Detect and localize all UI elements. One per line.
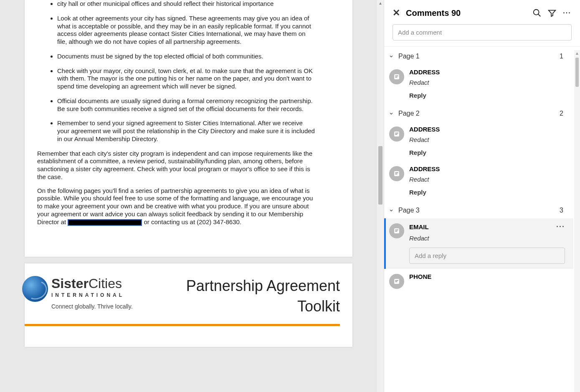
comment-item[interactable]: PHONE bbox=[384, 269, 573, 294]
bullet-item: city hall or other municipal offices and… bbox=[57, 0, 340, 8]
comment-type: ADDRESS bbox=[409, 165, 565, 172]
scrollbar-thumb[interactable] bbox=[378, 146, 382, 205]
bullet-item: Remember to send your signed agreement t… bbox=[57, 119, 340, 143]
paragraph: Remember that each city's sister city pr… bbox=[37, 150, 340, 181]
svg-rect-7 bbox=[395, 134, 397, 135]
comment-type: ADDRESS bbox=[409, 126, 565, 133]
svg-rect-3 bbox=[395, 76, 398, 76]
paragraph-text: or contacting us at (202) 347-8630. bbox=[142, 218, 241, 225]
logo-subtitle: INTERNATIONAL bbox=[51, 292, 133, 298]
svg-point-0 bbox=[534, 10, 539, 15]
comment-page-header[interactable]: Page 33 bbox=[384, 201, 573, 218]
svg-rect-16 bbox=[395, 281, 397, 282]
page-label: Page 2 bbox=[398, 110, 555, 117]
chevron-down-icon[interactable] bbox=[388, 53, 394, 59]
comment-item[interactable]: ADDRESSRedactReply bbox=[384, 121, 573, 161]
scroll-up-arrow[interactable]: ▲ bbox=[378, 1, 383, 6]
svg-rect-15 bbox=[395, 280, 398, 281]
more-icon[interactable]: ··· bbox=[562, 8, 572, 18]
page-count: 2 bbox=[560, 110, 563, 117]
comment-avatar-icon bbox=[389, 69, 404, 84]
comment-item[interactable]: ADDRESSRedactReply bbox=[384, 64, 573, 104]
bullet-item: Check with your mayor, city council, tow… bbox=[57, 67, 340, 91]
comment-type: ADDRESS bbox=[409, 68, 565, 76]
comments-title: Comments 90 bbox=[406, 8, 527, 18]
reply-input[interactable]: Add a reply bbox=[409, 248, 565, 264]
comment-avatar-icon bbox=[389, 223, 404, 238]
chevron-down-icon[interactable] bbox=[388, 111, 394, 116]
logo-tagline: Connect globally. Thrive locally. bbox=[51, 303, 133, 310]
comment-item[interactable]: ADDRESSRedactReply bbox=[384, 161, 573, 201]
svg-rect-12 bbox=[395, 230, 398, 230]
more-icon[interactable]: ··· bbox=[556, 223, 565, 231]
globe-icon bbox=[22, 276, 48, 302]
comment-type: EMAIL··· bbox=[409, 223, 565, 231]
divider-bar bbox=[25, 324, 340, 326]
paragraph: On the following pages you'll find a ser… bbox=[37, 187, 340, 226]
bullet-item: Official documents are usually signed du… bbox=[57, 97, 340, 113]
document-page-3: city hall or other municipal offices and… bbox=[25, 0, 352, 257]
comment-subtext: Redact bbox=[409, 176, 565, 183]
page-label: Page 1 bbox=[398, 53, 555, 60]
document-page-4: SisterCities INTERNATIONAL Connect globa… bbox=[25, 263, 352, 347]
comment-subtext: Redact bbox=[409, 79, 565, 86]
comment-subtext: Redact bbox=[409, 235, 565, 242]
logo-title: SisterCities bbox=[51, 276, 133, 291]
svg-rect-13 bbox=[395, 231, 397, 232]
reply-button[interactable]: Reply bbox=[409, 189, 565, 196]
page-count: 3 bbox=[560, 207, 563, 214]
svg-rect-10 bbox=[395, 174, 397, 175]
page-label: Page 3 bbox=[398, 207, 555, 214]
add-comment-input[interactable]: Add a comment bbox=[393, 24, 572, 40]
svg-rect-6 bbox=[395, 133, 398, 134]
comment-avatar-icon bbox=[389, 274, 404, 289]
comment-avatar-icon bbox=[389, 126, 404, 142]
comment-avatar-icon bbox=[389, 166, 404, 181]
comments-scrollbar[interactable]: ▲ bbox=[574, 50, 580, 392]
filter-icon[interactable] bbox=[547, 8, 557, 18]
reply-button[interactable]: Reply bbox=[409, 92, 565, 99]
comment-type: PHONE bbox=[409, 273, 565, 280]
chevron-down-icon[interactable] bbox=[388, 207, 394, 213]
comment-subtext: Redact bbox=[409, 136, 565, 143]
document-scrollbar[interactable]: ▲ bbox=[377, 0, 384, 392]
logo-block: SisterCities INTERNATIONAL Connect globa… bbox=[25, 276, 133, 310]
redaction-mark[interactable] bbox=[68, 219, 142, 226]
bullet-item: Look at other agreements your city has s… bbox=[57, 15, 340, 46]
search-icon[interactable] bbox=[532, 8, 542, 18]
close-icon[interactable]: ✕ bbox=[393, 8, 400, 18]
scroll-up-arrow[interactable]: ▲ bbox=[575, 51, 580, 56]
svg-rect-9 bbox=[395, 172, 398, 173]
comment-page-header[interactable]: Page 22 bbox=[384, 104, 573, 121]
comment-page-header[interactable]: Page 11 bbox=[384, 47, 573, 64]
comments-list[interactable]: Page 11ADDRESSRedactReplyPage 22ADDRESSR… bbox=[384, 46, 580, 392]
comment-item[interactable]: EMAIL···RedactAdd a reply bbox=[384, 218, 573, 269]
bullet-item: Documents must be signed by the top elec… bbox=[57, 53, 340, 61]
document-viewport[interactable]: city hall or other municipal offices and… bbox=[0, 0, 377, 392]
page-title: Partnership Agreement Toolkit bbox=[133, 276, 340, 316]
svg-line-1 bbox=[538, 14, 541, 17]
comments-panel: ✕ Comments 90 ··· Add a comment Page 11A… bbox=[384, 0, 580, 392]
bullet-list: city hall or other municipal offices and… bbox=[57, 0, 340, 143]
page-count: 1 bbox=[560, 53, 563, 60]
svg-rect-4 bbox=[395, 77, 397, 78]
scrollbar-thumb[interactable] bbox=[575, 58, 579, 87]
reply-button[interactable]: Reply bbox=[409, 149, 565, 156]
